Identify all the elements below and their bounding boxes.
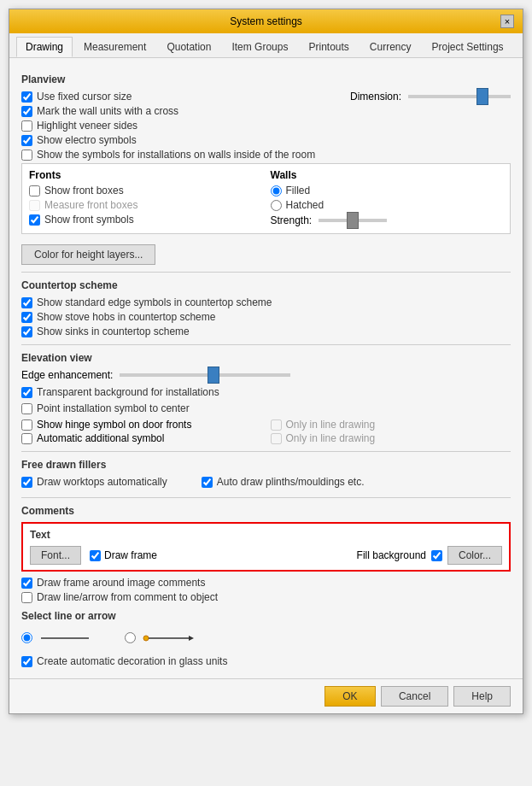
svg-point-1 (143, 636, 149, 641)
only-line-drawing-checkbox-2[interactable] (271, 433, 282, 444)
fill-background-checkbox[interactable] (431, 550, 442, 561)
comments-title: Comments (21, 505, 511, 517)
elevation-cb-row-1: Transparent background for installations (21, 386, 511, 398)
auto-draw-plinths-row: Auto draw plinths/mouldings etc. (202, 476, 365, 488)
system-settings-window: System settings × Drawing Measurement Qu… (9, 9, 523, 714)
fronts-panel: Fronts Show front boxes Measure front bo… (29, 169, 262, 228)
point-installation-checkbox[interactable] (21, 403, 32, 414)
show-symbols-checkbox[interactable] (21, 150, 32, 161)
color-height-button[interactable]: Color for height layers... (21, 244, 155, 265)
window-title: System settings (32, 15, 500, 27)
only-in-line-row-1: Only in line drawing (271, 419, 512, 431)
walls-filled-row: Filled (271, 185, 504, 196)
draw-worktops-checkbox[interactable] (21, 477, 32, 488)
show-sinks-checkbox[interactable] (21, 326, 32, 337)
planview-section: Planview Use fixed cursor size Mark the … (21, 73, 511, 265)
walls-panel: Walls Filled Hatched Strength: (271, 169, 504, 228)
free-drawn-section: Free drawn fillers Draw worktops automat… (21, 459, 511, 490)
line-plain-radio[interactable] (21, 632, 32, 643)
countertop-title: Countertop scheme (21, 279, 511, 291)
glass-units-row: Create automatic decoration in glass uni… (21, 655, 511, 667)
show-standard-edge-label: Show standard edge symbols in countertop… (37, 296, 272, 308)
draw-frame-image-checkbox[interactable] (21, 578, 32, 589)
free-drawn-row: Draw worktops automatically Auto draw pl… (21, 476, 511, 490)
tab-currency[interactable]: Currency (360, 37, 421, 57)
use-fixed-cursor-checkbox[interactable] (21, 91, 32, 103)
draw-line-arrow-label: Draw line/arrow from comment to object (37, 591, 218, 603)
countertop-cb-row-3: Show sinks in countertop scheme (21, 326, 511, 337)
dimension-slider[interactable] (408, 95, 511, 98)
title-bar: System settings × (9, 9, 523, 33)
font-button[interactable]: Font... (30, 546, 81, 565)
show-stove-hobs-label: Show stove hobs in countertop scheme (37, 311, 215, 323)
plain-line-icon (39, 633, 91, 643)
select-line-title: Select line or arrow (21, 610, 511, 622)
only-line-drawing-checkbox-1[interactable] (271, 419, 282, 431)
separator-2 (21, 344, 511, 345)
planview-checkboxes: Use fixed cursor size Mark the wall unit… (21, 91, 340, 163)
cancel-button[interactable]: Cancel (381, 686, 448, 707)
elevation-cb-row-2: Point installation symbol to center (21, 402, 511, 414)
measure-front-boxes-checkbox[interactable] (29, 200, 40, 211)
tab-drawing[interactable]: Drawing (16, 37, 73, 57)
walls-hatched-label: Hatched (286, 199, 324, 211)
separator-1 (21, 272, 511, 273)
countertop-cb-row-1: Show standard edge symbols in countertop… (21, 296, 511, 308)
edge-label: Edge enhancement: (21, 369, 113, 381)
transparent-bg-checkbox[interactable] (21, 387, 32, 398)
line-arrow-radio[interactable] (125, 632, 136, 643)
walls-hatched-radio[interactable] (271, 200, 282, 211)
draw-line-arrow-checkbox[interactable] (21, 592, 32, 603)
show-front-symbols-checkbox[interactable] (29, 214, 40, 226)
auto-draw-plinths-checkbox[interactable] (202, 477, 213, 488)
color-height-btn-wrapper: Color for height layers... (21, 239, 511, 265)
tab-bar: Drawing Measurement Quotation Item Group… (9, 33, 523, 58)
show-hinge-label: Show hinge symbol on door fronts (37, 419, 191, 431)
measure-front-boxes-row: Measure front boxes (29, 199, 262, 211)
color-button[interactable]: Color... (447, 546, 502, 565)
planview-cb-row-1: Use fixed cursor size (21, 91, 340, 103)
highlight-veneer-label: Highlight veneer sides (37, 120, 137, 132)
tab-item-groups[interactable]: Item Groups (222, 37, 297, 57)
planview-cb-row-3: Highlight veneer sides (21, 120, 340, 132)
highlight-veneer-checkbox[interactable] (21, 120, 32, 132)
text-box-title: Text (30, 529, 502, 541)
main-content: Planview Use fixed cursor size Mark the … (9, 58, 523, 678)
show-front-boxes-row: Show front boxes (29, 185, 262, 196)
show-electro-checkbox[interactable] (21, 135, 32, 146)
mark-wall-units-label: Mark the wall units with a cross (37, 105, 178, 117)
draw-frame-row: Draw frame (90, 549, 157, 561)
ok-button[interactable]: OK (324, 686, 376, 707)
auto-additional-checkbox[interactable] (21, 433, 32, 444)
strength-slider[interactable] (319, 219, 387, 222)
help-button[interactable]: Help (453, 686, 511, 707)
elevation-title: Elevation view (21, 352, 511, 364)
select-line-section: Select line or arrow (21, 610, 511, 648)
text-box-controls: Font... Draw frame Fill background Color… (30, 546, 502, 565)
glass-units-checkbox[interactable] (21, 656, 32, 667)
only-in-line-row-2: Only in line drawing (271, 432, 512, 444)
edge-slider[interactable] (120, 373, 290, 377)
tab-printouts[interactable]: Printouts (299, 37, 358, 57)
transparent-bg-label: Transparent background for installations (37, 386, 219, 398)
show-hinge-checkbox[interactable] (21, 419, 32, 431)
measure-front-boxes-label: Measure front boxes (44, 199, 137, 211)
mark-wall-units-checkbox[interactable] (21, 106, 32, 117)
draw-worktops-row: Draw worktops automatically (21, 476, 167, 488)
draw-frame-checkbox[interactable] (90, 550, 101, 561)
tab-measurement[interactable]: Measurement (74, 37, 155, 57)
show-stove-hobs-checkbox[interactable] (21, 312, 32, 323)
draw-worktops-label: Draw worktops automatically (37, 476, 167, 488)
tab-quotation[interactable]: Quotation (157, 37, 220, 57)
separator-4 (21, 497, 511, 498)
walls-filled-radio[interactable] (271, 185, 282, 196)
arrow-line-icon (143, 633, 194, 643)
walls-label: Walls (271, 169, 504, 181)
close-button[interactable]: × (500, 15, 514, 28)
svg-marker-3 (189, 636, 194, 641)
show-standard-edge-checkbox[interactable] (21, 297, 32, 308)
tab-project-settings[interactable]: Project Settings (423, 37, 513, 57)
show-front-boxes-checkbox[interactable] (29, 185, 40, 196)
draw-frame-label: Draw frame (104, 549, 157, 561)
planview-top: Use fixed cursor size Mark the wall unit… (21, 91, 511, 163)
